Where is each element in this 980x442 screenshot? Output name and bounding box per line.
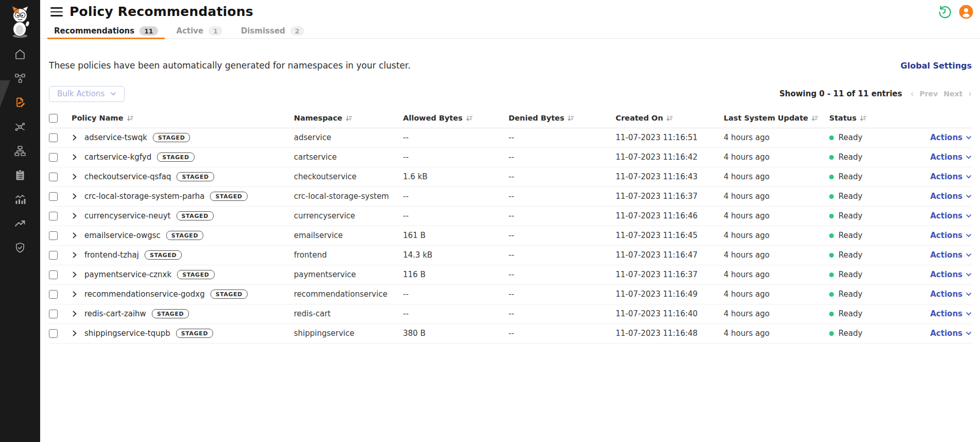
col-header-created-on[interactable]: Created On <box>616 110 724 128</box>
actions-menu-button[interactable]: Actions <box>930 270 972 279</box>
sidebar-item-service-graph[interactable] <box>0 114 40 139</box>
row-checkbox[interactable] <box>49 153 58 162</box>
status-cell: Ready <box>829 284 917 304</box>
sidebar-item-policies[interactable] <box>0 90 40 114</box>
created-on-cell: 11-07-2023 11:16:43 <box>616 167 724 186</box>
denied-bytes-cell: -- <box>509 147 616 167</box>
policy-name: checkoutservice-qsfaq <box>84 172 171 181</box>
expand-chevron-icon[interactable] <box>72 311 78 317</box>
col-header-denied-bytes[interactable]: Denied Bytes <box>509 110 616 128</box>
hamburger-menu-icon[interactable] <box>50 7 63 16</box>
row-checkbox[interactable] <box>49 133 58 142</box>
prev-chevron-icon[interactable]: ‹ <box>911 90 914 98</box>
actions-menu-button[interactable]: Actions <box>930 250 972 260</box>
shield-check-icon <box>14 242 26 254</box>
row-checkbox[interactable] <box>49 329 58 338</box>
policy-name: currencyservice-neuyt <box>84 211 171 220</box>
home-icon <box>14 48 26 60</box>
policy-name: recommendationservice-godxg <box>84 290 205 299</box>
status-cell: Ready <box>829 128 917 147</box>
status-dot <box>829 233 834 238</box>
prev-button[interactable]: Prev <box>919 90 938 98</box>
user-avatar-icon[interactable] <box>959 5 973 19</box>
actions-menu-button[interactable]: Actions <box>930 152 972 162</box>
actions-menu-button[interactable]: Actions <box>930 133 972 142</box>
table-row: recommendationservice-godxg STAGED recom… <box>49 284 972 304</box>
col-header-allowed-bytes[interactable]: Allowed Bytes <box>403 110 509 128</box>
expand-chevron-icon[interactable] <box>72 252 78 258</box>
expand-chevron-icon[interactable] <box>72 271 78 278</box>
col-header-namespace[interactable]: Namespace <box>294 110 403 128</box>
col-header-policy-name[interactable]: Policy Name <box>72 110 294 128</box>
last-update-cell: 4 hours ago <box>724 186 829 206</box>
row-checkbox[interactable] <box>49 251 58 260</box>
tab-recommendations[interactable]: Recommendations 11 <box>47 24 165 39</box>
tab-label: Dismissed <box>241 26 285 36</box>
chevron-down-icon <box>966 271 972 278</box>
actions-menu-button[interactable]: Actions <box>930 329 972 338</box>
status-dot <box>829 214 834 218</box>
app-window: Policy Recommendations Recommendations 1… <box>0 0 980 442</box>
row-checkbox[interactable] <box>49 310 58 318</box>
denied-bytes-cell: -- <box>509 324 616 343</box>
bulk-actions-button[interactable]: Bulk Actions <box>49 86 125 102</box>
allowed-bytes-cell: 14.3 kB <box>403 245 509 265</box>
chevron-down-icon <box>966 330 972 336</box>
created-on-cell: 11-07-2023 11:16:47 <box>616 245 724 265</box>
actions-menu-button[interactable]: Actions <box>930 290 972 299</box>
allowed-bytes-cell: -- <box>403 186 509 206</box>
sidebar-item-topology[interactable] <box>0 66 40 90</box>
namespace-cell: redis-cart <box>294 304 403 324</box>
actions-menu-button[interactable]: Actions <box>930 231 972 240</box>
expand-chevron-icon[interactable] <box>72 232 78 239</box>
table-row: redis-cart-zaihw STAGED redis-cart -- --… <box>49 304 972 324</box>
next-button[interactable]: Next <box>943 90 962 98</box>
expand-chevron-icon[interactable] <box>72 213 78 219</box>
created-on-cell: 11-07-2023 11:16:49 <box>616 284 724 304</box>
select-all-checkbox[interactable] <box>49 114 58 123</box>
created-on-cell: 11-07-2023 11:16:48 <box>616 324 724 343</box>
showing-entries-text: Showing 0 - 11 of 11 entries <box>779 89 902 98</box>
expand-chevron-icon[interactable] <box>72 291 78 297</box>
sitemap-icon <box>14 145 26 157</box>
row-checkbox[interactable] <box>49 231 58 240</box>
history-icon[interactable] <box>938 5 952 19</box>
expand-chevron-icon[interactable] <box>72 134 78 141</box>
col-header-last-system-update[interactable]: Last System Update <box>724 110 829 128</box>
actions-menu-button[interactable]: Actions <box>930 192 972 201</box>
row-checkbox[interactable] <box>49 270 58 279</box>
row-checkbox[interactable] <box>49 212 58 220</box>
sidebar-item-security[interactable] <box>0 235 40 260</box>
tab-dismissed[interactable]: Dismissed 2 <box>234 24 311 39</box>
denied-bytes-cell: -- <box>509 304 616 324</box>
sidebar-item-logs[interactable] <box>0 163 40 187</box>
actions-menu-button[interactable]: Actions <box>930 309 972 318</box>
expand-chevron-icon[interactable] <box>72 330 78 336</box>
next-chevron-icon[interactable]: › <box>968 90 972 98</box>
sidebar-item-home[interactable] <box>0 42 40 66</box>
col-header-status[interactable]: Status <box>829 110 917 128</box>
last-update-cell: 4 hours ago <box>724 324 829 343</box>
staged-badge: STAGED <box>153 133 190 142</box>
sort-icon <box>127 115 133 122</box>
expand-chevron-icon[interactable] <box>72 174 78 180</box>
expand-chevron-icon[interactable] <box>72 193 78 199</box>
tab-bar: Recommendations 11 Active 1 Dismissed 2 <box>40 24 980 39</box>
sidebar-item-sitemap[interactable] <box>0 139 40 163</box>
sidebar-item-trends[interactable] <box>0 211 40 235</box>
expand-chevron-icon[interactable] <box>72 154 78 160</box>
staged-badge: STAGED <box>211 290 248 299</box>
tab-active[interactable]: Active 1 <box>170 24 229 39</box>
status-dot <box>829 253 834 258</box>
status-label: Ready <box>838 329 863 338</box>
row-checkbox[interactable] <box>49 290 58 299</box>
actions-menu-button[interactable]: Actions <box>930 172 972 181</box>
sidebar-item-analytics[interactable] <box>0 187 40 211</box>
policy-name: adservice-tswqk <box>84 133 147 142</box>
actions-menu-button[interactable]: Actions <box>930 211 972 220</box>
row-checkbox[interactable] <box>49 173 58 181</box>
status-dot <box>829 292 834 297</box>
row-checkbox[interactable] <box>49 192 58 201</box>
global-settings-link[interactable]: Global Settings <box>901 61 972 71</box>
table-row: currencyservice-neuyt STAGED currencyser… <box>49 206 972 226</box>
